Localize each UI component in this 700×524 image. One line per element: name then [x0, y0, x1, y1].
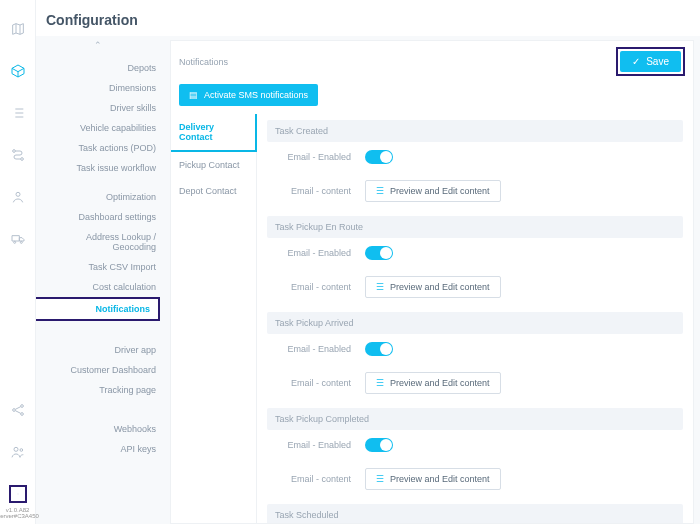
tab-delivery-contact[interactable]: Delivery Contact — [171, 114, 257, 152]
section-header: Task Pickup Arrived — [267, 312, 683, 334]
sidenav-customer-dashboard[interactable]: Customer Dashboard — [36, 360, 160, 380]
row-label: Email - Enabled — [275, 248, 365, 258]
row-label: Email - Enabled — [275, 344, 365, 354]
section-header: Task Created — [267, 120, 683, 142]
svg-point-5 — [12, 408, 15, 411]
sidenav-task-actions[interactable]: Task actions (POD) — [36, 138, 160, 158]
row-label: Email - Enabled — [275, 440, 365, 450]
share-icon[interactable] — [9, 401, 27, 419]
version-text: v1.0.A82Server#C3A450 — [0, 507, 39, 520]
sidenav-cost-calc[interactable]: Cost calculation — [36, 277, 160, 297]
email-toggle[interactable] — [365, 150, 393, 164]
svg-point-2 — [16, 192, 20, 196]
contact-tabs: Delivery Contact Pickup Contact Depot Co… — [171, 114, 257, 523]
main-bar: Notifications ✓Save — [171, 41, 693, 82]
email-toggle[interactable] — [365, 246, 393, 260]
config-sidenav: ⌃ Depots Dimensions Driver skills Vehicl… — [36, 36, 166, 524]
sidenav-task-csv[interactable]: Task CSV Import — [36, 257, 160, 277]
preview-button[interactable]: ☰Preview and Edit content — [365, 372, 501, 394]
page: Configuration ⌃ Depots Dimensions Driver… — [36, 0, 700, 524]
route-icon[interactable] — [9, 146, 27, 164]
svg-point-0 — [12, 150, 15, 153]
preview-icon: ☰ — [376, 186, 384, 196]
row-label: Email - content — [275, 378, 365, 388]
list-icon[interactable] — [9, 104, 27, 122]
svg-point-6 — [20, 404, 23, 407]
sidenav-address-lookup[interactable]: Address Lookup / Geocoding — [36, 227, 160, 257]
preview-button[interactable]: ☰Preview and Edit content — [365, 276, 501, 298]
row-content: Email - content☰Preview and Edit content — [267, 364, 683, 402]
sidenav-dashboard-settings[interactable]: Dashboard settings — [36, 207, 160, 227]
section-header: Task Scheduled — [267, 504, 683, 523]
user-icon[interactable] — [9, 188, 27, 206]
row-label: Email - content — [275, 282, 365, 292]
page-title: Configuration — [36, 0, 700, 36]
svg-point-10 — [17, 494, 18, 495]
section: Task ScheduledEmail - EnabledEmail - con… — [267, 504, 683, 523]
svg-point-3 — [13, 241, 15, 243]
sidenav-driver-app[interactable]: Driver app — [36, 340, 160, 360]
section: Task Pickup En RouteEmail - EnabledEmail… — [267, 216, 683, 306]
map-icon[interactable] — [9, 20, 27, 38]
preview-button[interactable]: ☰Preview and Edit content — [365, 468, 501, 490]
save-button[interactable]: ✓Save — [620, 51, 681, 72]
sidenav-dimensions[interactable]: Dimensions — [36, 78, 160, 98]
gear-icon[interactable] — [9, 485, 27, 503]
row-enabled: Email - Enabled — [267, 238, 683, 268]
sidenav-depots[interactable]: Depots — [36, 58, 160, 78]
preview-icon: ☰ — [376, 378, 384, 388]
row-enabled: Email - Enabled — [267, 430, 683, 460]
activate-sms-button[interactable]: ▤Activate SMS notifications — [179, 84, 318, 106]
svg-point-4 — [20, 241, 22, 243]
preview-icon: ☰ — [376, 282, 384, 292]
users-icon[interactable] — [9, 443, 27, 461]
svg-point-7 — [20, 412, 23, 415]
box-icon[interactable] — [9, 62, 27, 80]
sidenav-group-optimization: Optimization — [36, 178, 160, 207]
sidenav-vehicle-capabilities[interactable]: Vehicle capabilities — [36, 118, 160, 138]
preview-icon: ☰ — [376, 474, 384, 484]
sidenav-notifications[interactable]: Notifications — [36, 297, 160, 321]
row-label: Email - content — [275, 186, 365, 196]
sidenav-api-keys[interactable]: API keys — [36, 439, 160, 459]
email-toggle[interactable] — [365, 342, 393, 356]
row-label: Email - content — [275, 474, 365, 484]
sidenav-driver-skills[interactable]: Driver skills — [36, 98, 160, 118]
sidenav-tracking-page[interactable]: Tracking page — [36, 380, 160, 400]
section-header: Task Pickup Completed — [267, 408, 683, 430]
svg-point-8 — [14, 447, 18, 451]
main-bar-title: Notifications — [179, 57, 616, 67]
section: Task Pickup CompletedEmail - EnabledEmai… — [267, 408, 683, 498]
sidenav-webhooks[interactable]: Webhooks — [36, 419, 160, 439]
main-panel: Notifications ✓Save ▤Activate SMS notifi… — [170, 40, 694, 524]
row-enabled: Email - Enabled — [267, 334, 683, 364]
section: Task Pickup ArrivedEmail - EnabledEmail … — [267, 312, 683, 402]
section: Task CreatedEmail - EnabledEmail - conte… — [267, 120, 683, 210]
sidenav-task-issue[interactable]: Task issue workflow — [36, 158, 160, 178]
svg-point-9 — [20, 448, 23, 451]
check-icon: ✓ — [632, 56, 640, 67]
tab-pickup-contact[interactable]: Pickup Contact — [171, 152, 256, 178]
tab-depot-contact[interactable]: Depot Contact — [171, 178, 256, 204]
truck-icon[interactable] — [9, 230, 27, 248]
chevron-up-icon[interactable]: ⌃ — [36, 36, 160, 58]
preview-button[interactable]: ☰Preview and Edit content — [365, 180, 501, 202]
row-content: Email - content☰Preview and Edit content — [267, 460, 683, 498]
svg-point-1 — [20, 158, 23, 161]
sections-scroll[interactable]: Task CreatedEmail - EnabledEmail - conte… — [257, 114, 693, 523]
row-label: Email - Enabled — [275, 152, 365, 162]
row-enabled: Email - Enabled — [267, 142, 683, 172]
app-rail: v1.0.A82Server#C3A450 — [0, 0, 36, 524]
section-header: Task Pickup En Route — [267, 216, 683, 238]
row-content: Email - content☰Preview and Edit content — [267, 268, 683, 306]
chat-icon: ▤ — [189, 90, 198, 100]
email-toggle[interactable] — [365, 438, 393, 452]
row-content: Email - content☰Preview and Edit content — [267, 172, 683, 210]
